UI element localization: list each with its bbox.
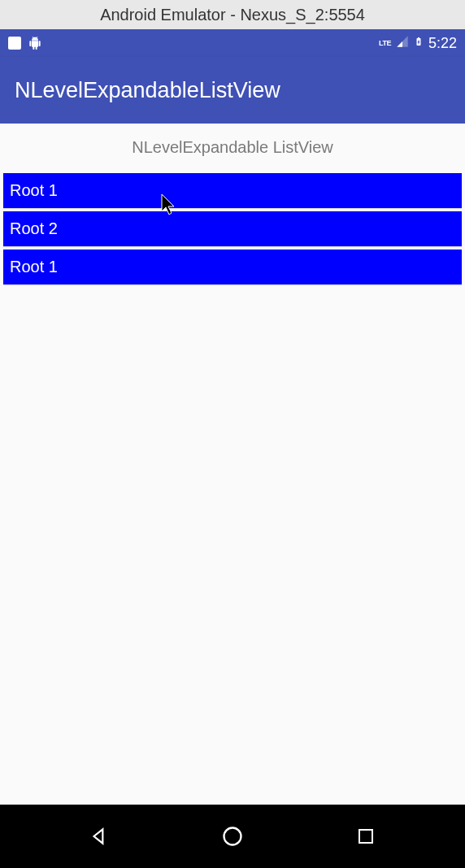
- list-item[interactable]: Root 1: [3, 173, 462, 208]
- recent-apps-button[interactable]: [353, 823, 379, 849]
- list-item[interactable]: Root 1: [3, 250, 462, 284]
- android-debug-icon: [28, 37, 42, 50]
- list-item-label: Root 2: [10, 219, 58, 237]
- home-button[interactable]: [219, 823, 246, 849]
- battery-charging-icon: [414, 34, 424, 53]
- back-button[interactable]: [86, 823, 112, 849]
- list-item-label: Root 1: [10, 258, 58, 276]
- sd-card-icon: [8, 37, 21, 50]
- list-item[interactable]: Root 2: [3, 211, 462, 246]
- emulator-title-bar: Android Emulator - Nexus_S_2:5554: [0, 0, 465, 29]
- status-left: [8, 37, 42, 50]
- navigation-bar: [0, 805, 465, 868]
- signal-icon: [396, 35, 409, 52]
- svg-point-0: [224, 828, 241, 845]
- app-bar: NLevelExpandableListView: [0, 57, 465, 124]
- content-area: NLevelExpandable ListView Root 1 Root 2 …: [0, 124, 465, 284]
- emulator-title: Android Emulator - Nexus_S_2:5554: [100, 6, 365, 24]
- app-title: NLevelExpandableListView: [15, 78, 280, 103]
- subtitle-label: NLevelExpandable ListView: [0, 135, 465, 173]
- svg-rect-1: [359, 830, 372, 843]
- status-right: LTE 5:22: [379, 34, 457, 53]
- clock-time: 5:22: [428, 35, 457, 52]
- status-bar: LTE 5:22: [0, 29, 465, 57]
- network-type-label: LTE: [379, 39, 391, 47]
- list-item-label: Root 1: [10, 181, 58, 199]
- expandable-list: Root 1 Root 2 Root 1: [0, 173, 465, 284]
